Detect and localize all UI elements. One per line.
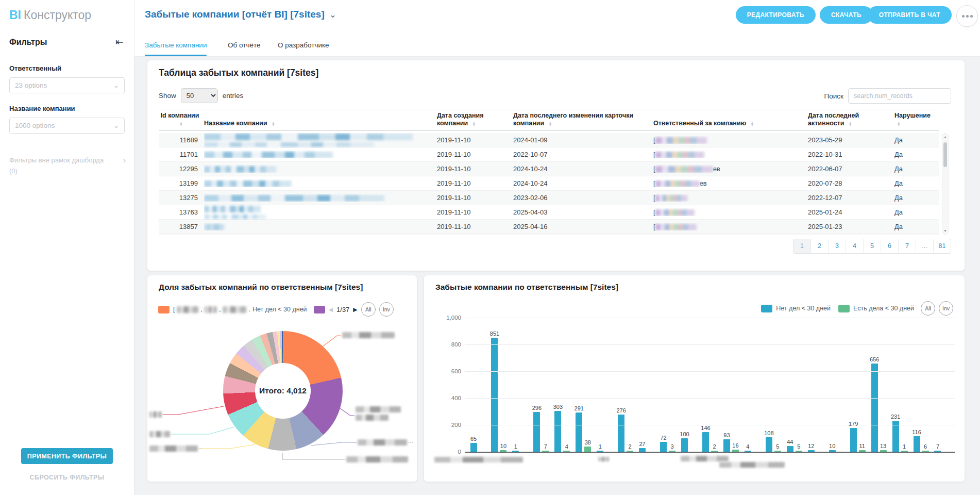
select-all-button[interactable]: All (921, 301, 935, 316)
scrollbar-thumb[interactable] (943, 142, 947, 167)
pagination: 1234567...81 (793, 239, 951, 254)
donut-chart[interactable]: Итого: 4,012 (223, 331, 343, 451)
cell-last-activity: 2023-05-29 (808, 136, 894, 144)
outside-filters-link[interactable]: › Фильтры вне рамок дашборда (0) (9, 155, 126, 176)
donut-title: Доля забытых компаний по ответственным [… (159, 283, 363, 292)
sort-icon[interactable]: ▲▼ (549, 121, 552, 127)
sort-icon[interactable]: ▲▼ (751, 121, 754, 127)
bar-group: 1166 (913, 429, 930, 452)
sort-icon[interactable]: ▲▼ (472, 121, 476, 127)
send-to-chat-button[interactable]: ОТПРАВИТЬ В ЧАТ (868, 6, 952, 24)
column-header[interactable]: Название компании ▲▼ (204, 112, 437, 127)
cell-company-id: 13763 (159, 208, 204, 216)
column-header[interactable]: Дата создания компании ▲▼ (437, 112, 513, 127)
column-header[interactable]: Нарушение ▲▼ (894, 112, 939, 127)
sort-icon[interactable]: ▲▼ (897, 121, 900, 127)
bar-value-label: 5 (797, 443, 800, 450)
legend-next-icon[interactable]: ▶ (353, 306, 357, 313)
cell-company-name (204, 223, 437, 230)
scroll-down-icon[interactable]: ▼ (942, 229, 948, 233)
responsible-select[interactable]: 23 options ⌄ (9, 77, 125, 93)
page-size-select[interactable]: 50 (181, 88, 218, 103)
bar-value-label: 1 (903, 443, 906, 450)
bars-card: Забытые компании по ответственным [7site… (424, 275, 965, 482)
tab-forgotten-companies[interactable]: Забытые компании (145, 34, 207, 56)
scroll-up-icon[interactable]: ▲ (942, 135, 948, 139)
sort-icon[interactable]: ▲▼ (272, 121, 275, 127)
more-options-button[interactable] (956, 5, 978, 27)
download-button[interactable]: СКАЧАТЬ (820, 6, 873, 24)
invert-selection-button[interactable]: Inv (379, 302, 394, 317)
page-button[interactable]: 3 (829, 239, 846, 253)
bar-no-deals (639, 448, 646, 452)
table-row: 117012019-11-102022-10-07[2022-10-31Да (159, 147, 939, 162)
blurred-name (177, 306, 198, 313)
cell-created: 2019-11-10 (437, 194, 513, 202)
blurred-x-label (434, 457, 523, 463)
bar-value-label: 16 (732, 442, 738, 449)
cell-modified: 2024-10-24 (513, 165, 653, 173)
select-all-button[interactable]: All (361, 302, 376, 317)
chevron-right-icon: › (123, 155, 126, 166)
company-select[interactable]: 1000 options ⌄ (9, 118, 125, 134)
table-row: 131992019-11-102024-10-24[ев2020-07-28Да (159, 176, 939, 191)
donut-card: Доля забытых компаний по ответственным [… (147, 275, 417, 482)
table-scrollbar[interactable]: ▲ ▼ (942, 133, 949, 235)
page-button[interactable]: 2 (811, 239, 829, 253)
collapse-filters-icon[interactable]: ⇤ (115, 37, 124, 47)
column-header[interactable]: Ответственный за компанию ▲▼ (653, 112, 808, 127)
bar-value-label: 4 (565, 443, 568, 450)
bar-value-label: 100 (680, 431, 689, 437)
bar-value-label: 12 (808, 443, 814, 449)
apply-filters-button[interactable]: ПРИМЕНИТЬ ФИЛЬТРЫ (21, 448, 113, 464)
cell-company-name (204, 165, 437, 173)
bar-value-label: 3 (671, 443, 674, 450)
page-button[interactable]: 81 (934, 239, 951, 253)
cell-violation: Да (894, 136, 939, 144)
sort-icon[interactable]: ▲▼ (849, 121, 852, 127)
bar-group: 7 (934, 443, 951, 452)
bar-group: 445 (786, 439, 803, 452)
report-title[interactable]: Забытые компании [отчёт BI] [7sites]⌄ (145, 9, 336, 20)
bar-no-deals (723, 439, 730, 452)
invert-selection-button[interactable]: Inv (939, 301, 953, 316)
bar-no-deals (618, 415, 624, 452)
column-header[interactable]: Дата последней активности ▲▼ (808, 112, 894, 127)
cell-created: 2019-11-10 (437, 223, 513, 230)
gridline (465, 344, 955, 345)
cell-last-activity: 2022-06-07 (808, 165, 894, 173)
column-header[interactable]: Дата последнего изменения карточки компа… (513, 112, 653, 127)
bar-groups[interactable]: 6585110129673034291381276227723100146293… (465, 318, 955, 452)
reset-filters-button[interactable]: СБРОСИТЬ ФИЛЬТРЫ (21, 474, 113, 481)
page-button[interactable]: 6 (881, 239, 899, 253)
blurred-name (205, 306, 217, 313)
table-row: 138572019-11-102025-04-16[2025-01-23Да (159, 220, 939, 234)
tab-about-report[interactable]: Об отчёте (228, 34, 260, 56)
cell-responsible: [ев (653, 165, 808, 173)
bar-group: 2762 (617, 407, 634, 452)
bar-no-deals (914, 436, 920, 452)
tab-about-developer[interactable]: О разработчике (278, 34, 329, 56)
bar-value-label: 27 (639, 441, 646, 447)
bar-value-label: 296 (532, 405, 542, 411)
y-tick-label: 1,000 (446, 315, 461, 321)
page-button[interactable]: 4 (846, 239, 864, 253)
legend-prev-icon[interactable]: ◀ (329, 306, 333, 313)
page-button[interactable]: 7 (899, 239, 916, 253)
sort-icon[interactable]: ▲▼ (179, 121, 182, 127)
bar-no-deals (533, 412, 540, 452)
chevron-down-icon: ⌄ (329, 10, 336, 20)
chevron-down-icon: ⌄ (113, 81, 119, 89)
edit-button[interactable]: РЕДАКТИРОВАТЬ (736, 6, 816, 24)
search-input[interactable] (848, 88, 951, 104)
table-body[interactable]: 116892019-11-102024-01-09[2023-05-29Да11… (159, 133, 939, 235)
legend-condition: Нет дел < 30 дней (252, 306, 307, 313)
bar-value-label: 93 (723, 432, 730, 438)
filter-label-company: Название компании (9, 105, 75, 112)
cell-responsible: [ (653, 194, 808, 202)
page-button[interactable]: 5 (864, 239, 881, 253)
legend-series-1: Нет дел < 30 дней (776, 305, 831, 312)
column-header[interactable]: Id компании ▲▼ (159, 112, 204, 127)
bar-no-deals (554, 411, 561, 452)
page-button[interactable]: 1 (793, 239, 811, 253)
